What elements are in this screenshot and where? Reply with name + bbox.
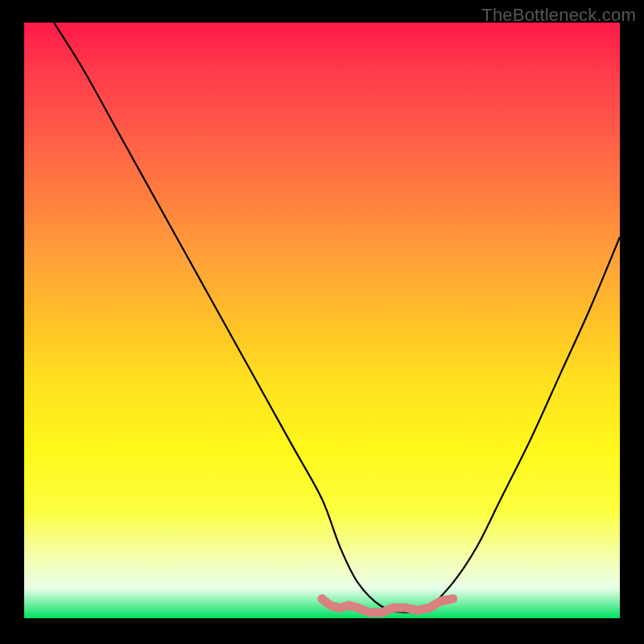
bottleneck-curve [54,23,620,613]
chart-plot-area [24,23,620,618]
bottom-pink-squiggle [322,599,453,613]
chart-svg [24,23,620,618]
watermark-text: TheBottleneck.com [481,5,636,26]
